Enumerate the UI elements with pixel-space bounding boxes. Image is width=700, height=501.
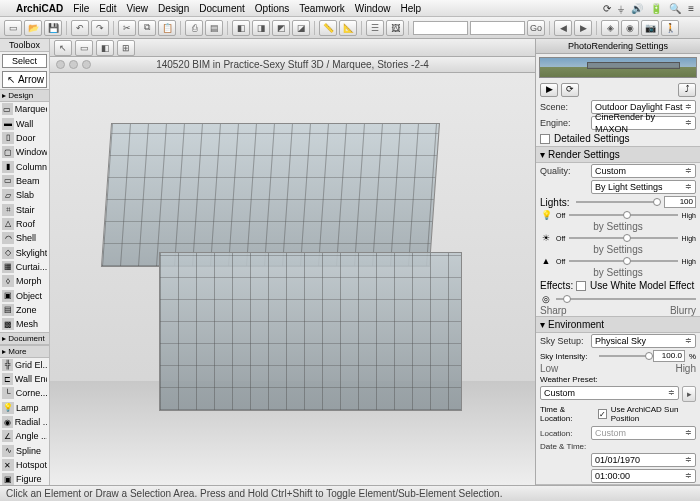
lamp-slider[interactable] (569, 256, 677, 266)
window-controls[interactable] (56, 60, 91, 69)
mode-d-icon[interactable]: ⊞ (117, 40, 135, 56)
lights-slider[interactable] (576, 197, 660, 207)
mode-c-icon[interactable]: ◧ (96, 40, 114, 56)
print-icon[interactable]: ⎙ (185, 20, 203, 36)
gridel-tool[interactable]: ╬Grid El... (0, 358, 49, 372)
lights-value[interactable]: 100 (664, 196, 696, 208)
menu-view[interactable]: View (127, 3, 149, 14)
beam-tool[interactable]: ▭Beam (0, 174, 49, 188)
weather-select[interactable]: Custom (540, 386, 679, 400)
save-icon[interactable]: 💾 (44, 20, 62, 36)
detailed-checkbox[interactable] (540, 134, 550, 144)
blur-slider[interactable] (556, 294, 696, 304)
measure-icon[interactable]: 📏 (319, 20, 337, 36)
nav-back-icon[interactable]: ◀ (554, 20, 572, 36)
select-tool[interactable]: Select (2, 54, 47, 68)
bulb-slider[interactable] (569, 210, 677, 220)
go-button[interactable]: Go (527, 20, 545, 36)
menu-extra-icon[interactable]: ≡ (688, 3, 694, 14)
arrow-tool[interactable]: ↖Arrow (2, 71, 47, 88)
view-camera-icon[interactable]: 📷 (641, 20, 659, 36)
wifi-icon[interactable]: ⏚ (618, 3, 624, 14)
ruler-icon[interactable]: 📐 (339, 20, 357, 36)
undo-icon[interactable]: ↶ (71, 20, 89, 36)
menu-help[interactable]: Help (400, 3, 421, 14)
mode-b-icon[interactable]: ▭ (75, 40, 93, 56)
paste-icon[interactable]: 📋 (158, 20, 176, 36)
spline-tool[interactable]: ∿Spline (0, 444, 49, 458)
sky-intensity-slider[interactable] (599, 351, 649, 361)
wall-tool[interactable]: ▬Wall (0, 116, 49, 130)
render-icon[interactable]: 🖼 (386, 20, 404, 36)
engine-select[interactable]: CineRender by MAXON (591, 116, 696, 130)
morph-tool[interactable]: ◊Morph (0, 274, 49, 288)
column-tool[interactable]: ▮Column (0, 159, 49, 173)
open-icon[interactable]: 📂 (24, 20, 42, 36)
mesh-tool[interactable]: ▩Mesh (0, 317, 49, 331)
skylight-tool[interactable]: ◇Skylight (0, 245, 49, 259)
sync-icon[interactable]: ⟳ (603, 3, 611, 14)
menu-teamwork[interactable]: Teamwork (299, 3, 345, 14)
plot-icon[interactable]: ▤ (205, 20, 223, 36)
corner-tool[interactable]: └Corne... (0, 386, 49, 400)
spotlight-icon[interactable]: 🔍 (669, 3, 681, 14)
render-preview[interactable] (539, 57, 697, 78)
menu-document[interactable]: Document (199, 3, 245, 14)
sky-setup-select[interactable]: Physical Sky (591, 334, 696, 348)
preview-render-icon[interactable]: ▶ (540, 83, 558, 97)
menu-edit[interactable]: Edit (99, 3, 116, 14)
preview-export-icon[interactable]: ⤴ (678, 83, 696, 97)
more-group[interactable]: ▸ More (0, 345, 49, 358)
battery-icon[interactable]: 🔋 (650, 3, 662, 14)
curtainwall-tool[interactable]: ▦Curtai... (0, 260, 49, 274)
menu-window[interactable]: Window (355, 3, 391, 14)
minimize-icon[interactable] (69, 60, 78, 69)
sky-intensity-value[interactable]: 100.0 (653, 350, 685, 362)
document-group[interactable]: ▸ Document (0, 332, 49, 345)
menu-options[interactable]: Options (255, 3, 289, 14)
lights-method-select[interactable]: By Light Settings (591, 180, 696, 194)
window-tool[interactable]: ▢Window (0, 145, 49, 159)
door-tool[interactable]: ▯Door (0, 131, 49, 145)
menu-file[interactable]: File (73, 3, 89, 14)
close-icon[interactable] (56, 60, 65, 69)
object-tool[interactable]: ▣Object (0, 288, 49, 302)
new-icon[interactable]: ▭ (4, 20, 22, 36)
tool-d-icon[interactable]: ◪ (292, 20, 310, 36)
white-model-checkbox[interactable] (576, 281, 586, 291)
shell-tool[interactable]: ◠Shell (0, 231, 49, 245)
render-settings-section[interactable]: ▾Render Settings (536, 146, 700, 163)
time-input[interactable]: 01:00:00 (591, 469, 696, 483)
angle-tool[interactable]: ∠Angle ... (0, 429, 49, 443)
roof-tool[interactable]: △Roof (0, 217, 49, 231)
view-3d-icon[interactable]: ◈ (601, 20, 619, 36)
radial-tool[interactable]: ◉Radial ... (0, 415, 49, 429)
nav-fwd-icon[interactable]: ▶ (574, 20, 592, 36)
sun-slider[interactable] (569, 233, 677, 243)
mode-a-icon[interactable]: ↖ (54, 40, 72, 56)
menu-design[interactable]: Design (158, 3, 189, 14)
speaker-icon[interactable]: 🔊 (631, 3, 643, 14)
date-input[interactable]: 01/01/1970 (591, 453, 696, 467)
view-section-icon[interactable]: ◉ (621, 20, 639, 36)
design-group[interactable]: ▸ Design (0, 89, 49, 102)
preview-refresh-icon[interactable]: ⟳ (561, 83, 579, 97)
tool-b-icon[interactable]: ◨ (252, 20, 270, 36)
copy-icon[interactable]: ⧉ (138, 20, 156, 36)
environment-section[interactable]: ▾Environment (536, 316, 700, 333)
quality-select[interactable]: Custom (591, 164, 696, 178)
use-sun-checkbox[interactable]: ✓ (598, 409, 607, 419)
layer-icon[interactable]: ☰ (366, 20, 384, 36)
weather-arrow-icon[interactable]: ▸ (682, 386, 696, 402)
redo-icon[interactable]: ↷ (91, 20, 109, 36)
app-name[interactable]: ArchiCAD (16, 3, 63, 14)
zone-tool[interactable]: ▤Zone (0, 303, 49, 317)
lamp-tool[interactable]: 💡Lamp (0, 401, 49, 415)
slab-tool[interactable]: ▱Slab (0, 188, 49, 202)
tool-a-icon[interactable]: ◧ (232, 20, 250, 36)
3d-viewport[interactable] (50, 73, 535, 501)
marquee-tool[interactable]: ▭Marquee (0, 102, 49, 116)
tool-c-icon[interactable]: ◩ (272, 20, 290, 36)
hotspot-tool[interactable]: ✕Hotspot (0, 458, 49, 472)
stair-tool[interactable]: ⌗Stair (0, 202, 49, 216)
